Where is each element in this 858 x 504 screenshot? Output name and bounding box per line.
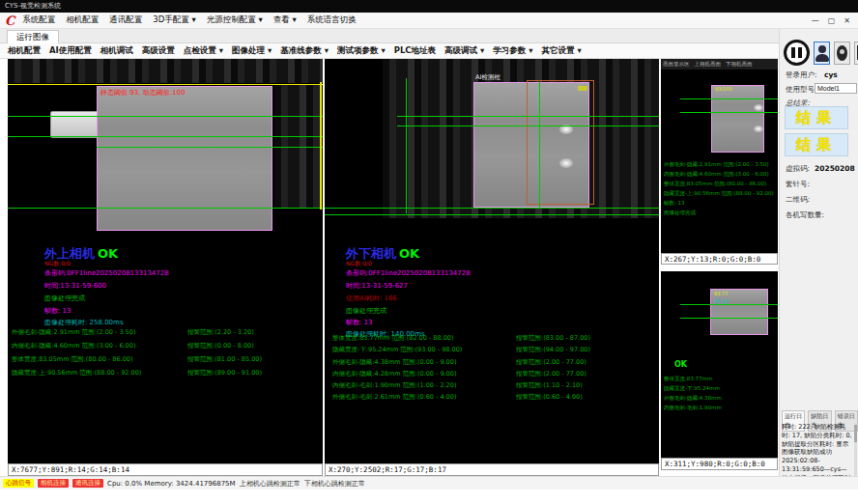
menu-3d-config[interactable]: 3D手配置 ▾ xyxy=(153,14,195,26)
tool-learn-params[interactable]: 学习参数 ▾ xyxy=(493,45,532,57)
left-yellow-vline xyxy=(320,82,322,210)
measure-alarm: 报警范围:(81.00 - 85.00) xyxy=(187,355,262,364)
thumb-header-item[interactable]: 上相机画面 xyxy=(695,61,722,68)
comm-connect-badge: 通讯连接 xyxy=(72,479,103,488)
tool-ai-config[interactable]: AI使用配置 xyxy=(49,45,92,57)
bottom-status-bar: 心跳信号 相机连接 通讯连接 Cpu: 0.0% Memory: 3424.41… xyxy=(0,476,858,490)
middle-measure-row: 整体宽度:83.77mm 范围:(82.00 - 88.00) 报警范围:(83… xyxy=(332,334,651,343)
left-measure-row: 外侧毛刺-隐藏:2.91mm 范围:(2.00 - 3.50) 报警范围:(2.… xyxy=(12,328,323,337)
thumb2-line: 内侧毛刺-毛刺:1.90mm xyxy=(664,405,722,411)
thumb1-green-line-2 xyxy=(680,112,778,113)
tool-baseline-params[interactable]: 基准线参数 ▾ xyxy=(280,45,329,57)
tool-spot-check[interactable]: 点检设置 ▾ xyxy=(184,45,223,57)
middle-coordinate-bar: X:270;Y:2502;R:17;G:17;B:17 xyxy=(325,463,659,476)
thumb1-green-line-1 xyxy=(680,98,778,99)
thumb2-ok-label: OK xyxy=(674,360,687,369)
qr-code-label: 二维码: xyxy=(786,195,810,205)
thumb2-green-line-2 xyxy=(680,318,778,319)
measure-value: 内侧毛刺-毛刺:1.90mm 范围:(1.00 - 2.20) xyxy=(332,381,456,389)
thumbnail-top-canvas[interactable]: 93/100 外侧毛刺-隐藏:2.91mm 范围:(2.00 - 3.50) 内… xyxy=(661,70,778,253)
middle-camera-canvas[interactable]: AI检测框 外下相机OK NG数:0/0 条形码:0FF1line2025020… xyxy=(325,59,659,463)
tool-test-params[interactable]: 测试项参数 ▾ xyxy=(337,45,386,57)
middle-green-vline-2 xyxy=(539,82,540,208)
menu-view[interactable]: 查看 ▾ xyxy=(273,14,297,26)
person-icon xyxy=(818,45,826,53)
virtual-code-label: 虚拟码: xyxy=(786,164,810,174)
middle-green-line-2 xyxy=(397,126,659,126)
thumb2-yellow-text: 83.77 xyxy=(714,291,728,296)
tool-advanced-settings[interactable]: 高级设置 xyxy=(142,45,175,57)
cpu-memory-text: Cpu: 0.0% Memory: 3424.41796875M xyxy=(107,480,236,488)
minimize-button[interactable]: — xyxy=(812,16,819,25)
thumbnail-bottom-coordinate-bar: X:311;Y:980;R:0;G:0;B:0 xyxy=(661,458,778,470)
needle-number-label: 套针号: xyxy=(786,180,810,189)
middle-ai-time: 使用AI耗时: 166 xyxy=(346,294,397,303)
middle-barcode-text: 条形码:0FF1line20250208133134728 xyxy=(346,268,471,278)
menu-camera-config[interactable]: 相机配置 xyxy=(66,14,99,26)
left-frame-count: 帧数: 13 xyxy=(44,306,72,316)
result-box-bottom: 结果 xyxy=(785,133,848,156)
left-time-text: 时间:13-31-59-600 xyxy=(44,281,106,291)
middle-green-line-1 xyxy=(397,116,659,117)
log-scrollbar[interactable] xyxy=(854,423,857,483)
left-green-line-3 xyxy=(97,147,323,148)
tool-camera-debug[interactable]: 相机调试 xyxy=(100,45,133,57)
left-elapsed-time: 图像处理耗时: 258.00ms xyxy=(44,318,124,327)
thumb2-line: 整体宽度:83.77mm xyxy=(664,376,712,382)
threshold-overlay-text: 静态阈值:93, 动态阈值:100 xyxy=(100,88,185,98)
app-logo-icon: C xyxy=(5,14,14,28)
measure-alarm: 报警范围:(2.20 - 3.20) xyxy=(187,328,254,337)
thumb1-part-image xyxy=(711,85,764,153)
thumb2-line: 隐藏宽度-下:95.24mm xyxy=(664,385,720,392)
menu-system-config[interactable]: 系统配置 xyxy=(22,14,55,26)
left-green-line-4 xyxy=(8,208,323,209)
thumb1-line: 内侧毛刺-隐藏:4.60mm 范围:(3.00 - 6.00) xyxy=(664,171,769,178)
thumb-header-item[interactable]: 下相机画面 xyxy=(726,61,753,68)
measure-alarm: 报警范围:(89.00 - 91.00) xyxy=(187,369,262,378)
thumb1-line: 帧数: 13 xyxy=(664,200,685,207)
middle-yellow-marker xyxy=(578,86,587,91)
left-camera-name: 外上相机 xyxy=(44,246,95,261)
thumbnail-bottom-canvas[interactable]: 83.77 95.24 OK 整体宽度:83.77mm 隐藏宽度-下:95.24… xyxy=(661,271,778,458)
ai-detect-box xyxy=(527,80,594,205)
model-input[interactable] xyxy=(815,83,857,94)
middle-camera-name: 外下相机 xyxy=(346,246,396,261)
user-login-button[interactable] xyxy=(814,42,830,65)
write-count-label: 各机写数量: xyxy=(786,210,824,220)
tool-camera-config[interactable]: 相机配置 xyxy=(8,45,41,57)
left-camera-canvas[interactable]: 静态阈值:93, 动态阈值:100 外上相机OK NG数:0/0 条形码:0FF… xyxy=(8,59,323,463)
heartbeat-badge: 心跳信号 xyxy=(3,479,34,488)
measure-value: 外侧毛刺-隐藏:2.91mm 范围:(2.00 - 3.50) xyxy=(12,328,135,336)
middle-measure-row: 外侧毛刺-隐藏:4.38mm 范围:(0.00 - 9.00) 报警范围:(2.… xyxy=(332,358,651,367)
measure-alarm: 报警范围:(2.00 - 77.00) xyxy=(516,358,586,367)
left-image-top-texture xyxy=(8,59,323,83)
sidebar-button-row xyxy=(784,40,858,66)
exit-button[interactable] xyxy=(854,42,858,65)
middle-measure-row: 外侧毛刺-毛刺:2.61mm 范围:(0.60 - 4.00) 报警范围:(0.… xyxy=(332,393,651,402)
user-badge-icon xyxy=(837,45,847,61)
menubar: C 系统配置 相机配置 通讯配置 3D手配置 ▾ 光源控制配置 ▾ 查看 ▾ 系… xyxy=(0,13,858,29)
tool-advanced-debug[interactable]: 高级调试 ▾ xyxy=(444,45,484,57)
tab-run-image[interactable]: 运行图像 xyxy=(7,30,59,43)
left-measure-row: 隐藏宽度-上:90.56mm 范围:(88.00 - 92.00) 报警范围:(… xyxy=(12,369,323,378)
measure-alarm: 报警范围:(1.10 - 2.10) xyxy=(516,381,583,390)
thumb2-line: 外侧毛刺-隐藏:4.38mm xyxy=(664,395,722,402)
tool-plc-address[interactable]: PLC地址表 xyxy=(394,45,436,57)
control-sidebar: 登录用户: cys 使用型号: 总结果: 结果 结果 虚拟码: 20250208… xyxy=(779,29,858,490)
maximize-button[interactable]: ▢ xyxy=(828,16,836,25)
log-text: 耗时: 222, 缺陷检测耗时: 17, 缺陷分类耗时: 0, 缺陷提取分区耗时… xyxy=(782,423,853,483)
thumb-header-item[interactable]: 画面显示区 xyxy=(663,61,690,68)
measure-value: 内侧毛刺-隐藏:4.60mm 范围:(3.00 - 6.00) xyxy=(12,342,135,350)
operator-button[interactable] xyxy=(834,42,850,65)
close-button[interactable]: ✕ xyxy=(844,16,850,25)
menu-light-config[interactable]: 光源控制配置 ▾ xyxy=(207,14,263,26)
menu-language[interactable]: 系统语言切换 xyxy=(307,14,357,26)
measure-alarm: 报警范围:(2.00 - 77.00) xyxy=(516,370,586,378)
tool-image-process[interactable]: 图像处理 ▾ xyxy=(232,45,272,57)
pause-button[interactable] xyxy=(784,40,810,66)
measure-alarm: 报警范围:(0.00 - 8.00) xyxy=(187,342,254,350)
tool-other-settings[interactable]: 其它设置 ▾ xyxy=(542,45,582,57)
middle-measure-row: 内侧毛刺-毛刺:1.90mm 范围:(1.00 - 2.20) 报警范围:(1.… xyxy=(332,381,651,390)
menu-comm-config[interactable]: 通讯配置 xyxy=(109,14,142,26)
window-title: CYS-视觉检测系统 xyxy=(5,2,61,10)
